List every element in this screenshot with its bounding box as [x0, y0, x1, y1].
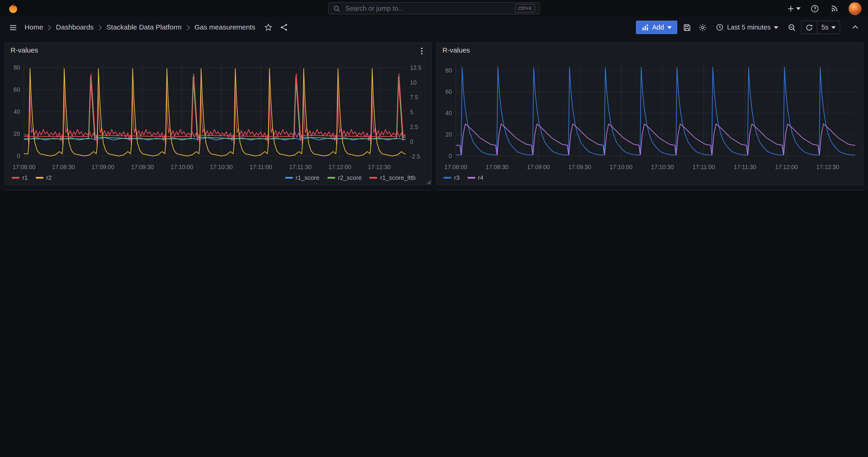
legend-item-r2[interactable]: r2 [36, 174, 52, 181]
caret-down-icon [831, 26, 836, 29]
y-right-tick-label: 7.5 [410, 94, 418, 100]
kebab-icon [421, 47, 423, 54]
panel-resize-handle[interactable] [426, 180, 431, 184]
breadcrumb-dashboard-title[interactable]: Gas measurements [194, 24, 255, 31]
panel-title[interactable]: R-values [11, 46, 38, 54]
panel-header[interactable]: R-values [437, 43, 863, 57]
x-tick-label: 17:11:00 [692, 164, 715, 170]
y-tick-label: 0 [17, 153, 20, 159]
panel-header[interactable]: R-values [5, 43, 431, 57]
refresh-interval-label: 5s [822, 24, 829, 31]
add-button-label: Add [652, 24, 664, 31]
caret-down-icon [796, 7, 801, 10]
panel-legend: r3r4 [437, 172, 863, 185]
star-icon [264, 24, 272, 31]
panel-r-values-2: R-values 17:08:0017:08:3017:09:0017:09:3… [436, 42, 864, 185]
legend-item-r1[interactable]: r1 [11, 174, 28, 181]
global-search[interactable]: ctrl+k [328, 2, 540, 14]
clock-icon [716, 24, 724, 31]
legend-label: r2_score [338, 174, 362, 181]
panel-header[interactable]: R-values [5, 190, 431, 190]
y-right-tick-label: 5 [410, 109, 413, 115]
caret-down-icon [774, 26, 778, 29]
legend-item-r1_score_lttb[interactable]: r1_score_lttb [370, 174, 415, 181]
panel-menu-button[interactable] [417, 46, 427, 56]
chart-canvas[interactable]: 17:08:0017:08:3017:09:0017:09:3017:10:00… [5, 57, 431, 172]
x-tick-label: 17:12:30 [816, 164, 839, 170]
y-tick-label: 80 [13, 64, 20, 71]
refresh-interval-dropdown[interactable]: 5s [817, 21, 840, 33]
series-r1_score_lttb [24, 74, 406, 136]
breadcrumb-folder[interactable]: Stackable Data Platform [106, 24, 182, 31]
menu-icon [9, 23, 17, 32]
time-series-chart[interactable]: 17:08:0017:08:3017:09:0017:09:3017:10:00… [5, 57, 431, 172]
grafana-flame-icon [7, 3, 19, 14]
y-tick-label: 40 [445, 110, 452, 116]
legend-label: r1_score [296, 174, 320, 181]
x-tick-label: 17:10:00 [610, 164, 632, 170]
series-r2 [24, 69, 406, 156]
search-icon [333, 5, 340, 12]
x-tick-label: 17:08:30 [486, 164, 508, 170]
breadcrumb-dashboards[interactable]: Dashboards [56, 24, 94, 31]
search-input[interactable] [344, 4, 511, 13]
dashboard-toolbar: Add Last 5 minutes [636, 21, 862, 34]
legend-label: r1 [22, 174, 28, 181]
dashboard-settings-button[interactable] [696, 21, 709, 33]
help-button[interactable] [808, 2, 821, 14]
grafana-logo[interactable] [7, 2, 19, 14]
panel-r-values-1: R-values 17:08:0017:08:3017:09:0017:09:3… [4, 42, 432, 185]
legend-label: r1_score_lttb [380, 174, 415, 181]
legend-label: r4 [478, 174, 483, 181]
legend-item-r2_score[interactable]: r2_score [327, 174, 362, 181]
time-series-chart[interactable]: 17:08:0017:08:3017:09:0017:09:3017:10:00… [437, 57, 863, 172]
y-right-tick-label: 10 [410, 79, 416, 86]
collapse-controls-button[interactable] [849, 21, 862, 33]
refresh-button[interactable] [802, 21, 817, 33]
x-tick-label: 17:09:00 [92, 164, 114, 170]
x-tick-label: 17:12:00 [775, 164, 798, 170]
legend-swatch [285, 177, 293, 178]
legend-swatch [467, 177, 475, 178]
chart-canvas[interactable]: 17:08:0017:08:3017:09:0017:09:3017:10:00… [437, 57, 863, 172]
y-tick-label: 20 [13, 130, 20, 137]
time-range-picker[interactable]: Last 5 minutes [712, 21, 782, 34]
dashboard-quick-actions [262, 21, 290, 33]
chevron-right-icon [48, 24, 52, 30]
grafana-app: ctrl+k Ho [0, 0, 868, 190]
x-tick-label: 17:09:00 [527, 164, 550, 170]
legend-item-r4[interactable]: r4 [467, 174, 484, 181]
top-bar: ctrl+k [0, 0, 868, 17]
new-menu-button[interactable] [787, 2, 801, 14]
legend-item-r1_score[interactable]: r1_score [285, 174, 319, 181]
add-panel-button[interactable]: Add [636, 21, 677, 34]
panel-header[interactable]: R-values [437, 190, 863, 190]
x-tick-label: 17:11:30 [289, 164, 311, 170]
news-button[interactable] [829, 2, 841, 14]
share-button[interactable] [278, 21, 290, 33]
refresh-icon [806, 24, 813, 31]
x-tick-label: 17:08:00 [444, 164, 467, 170]
legend-swatch [443, 177, 452, 178]
user-avatar[interactable] [848, 2, 861, 14]
plus-icon [787, 5, 794, 12]
panel-r-values-3: R-values 17:08:0017:08:3017:09:0017:09:3… [4, 190, 432, 190]
breadcrumb-home[interactable]: Home [25, 24, 43, 31]
legend-item-r3[interactable]: r3 [443, 174, 460, 181]
panel-title[interactable]: R-values [442, 46, 470, 54]
y-right-tick-label: 12.5 [410, 64, 422, 71]
dashboard-nav-bar: Home Dashboards Stackable Data Platform … [0, 17, 868, 38]
y-tick-label: 60 [13, 86, 20, 93]
y-tick-label: 40 [13, 109, 20, 115]
zoom-out-button[interactable] [786, 21, 798, 33]
legend-label: r3 [454, 174, 460, 181]
x-tick-label: 17:10:00 [170, 164, 193, 170]
save-dashboard-button[interactable] [681, 21, 693, 33]
favorite-button[interactable] [262, 21, 274, 33]
help-icon [810, 4, 819, 12]
y-right-tick-label: -2.5 [410, 153, 420, 160]
y-tick-label: 80 [445, 67, 452, 74]
share-icon [280, 24, 288, 31]
mega-menu-button[interactable] [7, 21, 19, 33]
rss-icon [831, 4, 839, 12]
